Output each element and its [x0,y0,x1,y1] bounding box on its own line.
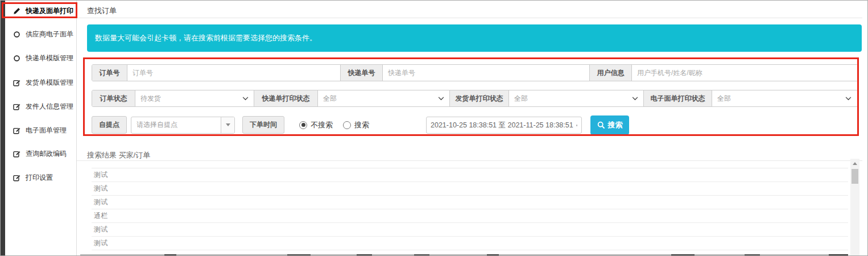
results-header: 搜索结果 买家/订单 [87,150,150,160]
title-divider [77,18,862,18]
chevron-down-icon [242,97,249,101]
page-title: 查找订单 [87,6,117,16]
result-row[interactable]: 测试 [92,182,848,196]
notice-text: 数据量大可能会引起卡顿，请在搜索前根据需要选择您的搜索条件。 [95,33,317,43]
sidebar-item-express-template[interactable]: 快递单模版管理 [13,52,73,64]
sidebar-item-label: 发件人信息管理 [26,102,73,112]
results-list: 测试 测试 测试 通栏 测试 测试 [92,168,848,250]
pickup-point-label: 自提点 [92,116,127,134]
user-info-input[interactable] [632,65,858,81]
sidebar-item-express-label-print[interactable]: 快递及面单打印 [13,5,73,16]
tracking-no-input[interactable] [383,65,589,81]
user-info-cell [632,65,858,81]
sidebar-item-label: 打印设置 [26,173,53,183]
e-label-print-status-select[interactable]: 全部 [712,90,857,106]
search-row-time: 自提点 请选择自提点 下单时间 不搜索 搜索 [92,116,369,134]
sidebar-item-label: 快递及面单打印 [26,6,73,16]
chevron-down-icon [845,97,852,101]
circle-icon [13,55,20,62]
circle-icon [13,31,20,38]
result-row[interactable]: 测试 [92,168,848,182]
edit-icon [13,127,20,134]
shipping-print-status-select[interactable]: 全部 [509,90,644,106]
app-window: 快递及面单打印 供应商电子面单 快递单模版管理 发货单模版管理 发件人信息管理 [0,0,868,256]
radio-dot-icon [299,121,307,129]
pencil-icon [13,7,20,15]
tracking-no-cell [383,65,590,81]
sidebar-item-label: 供应商电子面单 [26,30,73,39]
order-time-label: 下单时间 [242,116,284,134]
express-print-status-select[interactable]: 全部 [318,90,450,106]
sidebar-item-supplier-e-label[interactable]: 供应商电子面单 [13,28,73,40]
order-status-select[interactable]: 待发货 [135,90,254,106]
search-row-status: 订单状态 待发货 快递单打印状态 全部 发货单打印状态 全部 电子面单打印状态 … [92,90,858,107]
order-no-cell [127,65,341,81]
combo-arrow-button[interactable] [221,117,234,133]
sidebar-item-print-settings[interactable]: 打印设置 [13,172,53,183]
radio-dot-icon [343,121,351,129]
order-no-input[interactable] [127,65,340,81]
pickup-point-select[interactable]: 请选择自提点 [131,117,235,134]
chevron-down-icon [632,97,638,101]
radio-no-search[interactable]: 不搜索 [299,120,333,130]
sidebar-item-sender-info[interactable]: 发件人信息管理 [13,101,73,112]
chevron-down-icon [438,97,444,101]
sidebar: 快递及面单打印 供应商电子面单 快递单模版管理 发货单模版管理 发件人信息管理 [5,1,77,255]
sidebar-item-shipping-template[interactable]: 发货单模版管理 [13,77,73,88]
result-row[interactable]: 测试 [92,223,848,237]
result-row[interactable]: 测试 [92,237,848,250]
express-print-status-label: 快递单打印状态 [254,90,318,106]
edit-icon [13,150,20,158]
time-search-radio-group: 不搜索 搜索 [299,120,369,130]
shipping-print-status-label: 发货单打印状态 [450,90,509,106]
search-button[interactable]: 搜索 [590,115,629,135]
scrollbar-thumb[interactable] [852,169,858,184]
sidebar-item-label: 快递单模版管理 [26,53,73,63]
edit-icon [13,103,20,110]
edit-icon [13,174,20,181]
main-content: 查找订单 数据量大可能会引起卡顿，请在搜索前根据需要选择您的搜索条件。 订单号 … [77,1,867,255]
search-icon [597,121,605,129]
results-divider [77,160,862,161]
radio-search[interactable]: 搜索 [343,120,369,130]
order-status-label: 订单状态 [92,90,135,106]
user-info-label: 用户信息 [590,65,632,81]
order-no-label: 订单号 [92,65,127,81]
triangle-down-icon [226,123,230,126]
sidebar-item-label: 查询邮政编码 [26,149,67,159]
sidebar-item-label: 发货单模版管理 [26,78,73,88]
results-scrollbar[interactable] [850,159,859,255]
sidebar-item-e-label-manage[interactable]: 电子面单管理 [13,125,67,136]
search-row-ids: 订单号 快递单号 用户信息 [92,64,858,81]
result-row[interactable]: 通栏 [92,209,848,223]
left-dark-strip [1,1,5,255]
calendar-icon [576,121,577,130]
scroll-up-arrow-icon[interactable] [853,162,857,165]
edit-icon [13,79,20,86]
tracking-no-label: 快递单号 [341,65,383,81]
result-row[interactable]: 测试 [92,196,848,209]
date-range-input[interactable]: 2021-10-25 18:38:51 至 2021-11-25 18:38:5… [426,117,582,134]
sidebar-item-label: 电子面单管理 [26,126,67,135]
sidebar-item-postcode-lookup[interactable]: 查询邮政编码 [13,148,67,159]
e-label-print-status-label: 电子面单打印状态 [644,90,712,106]
notice-banner: 数据量大可能会引起卡顿，请在搜索前根据需要选择您的搜索条件。 [87,24,862,52]
